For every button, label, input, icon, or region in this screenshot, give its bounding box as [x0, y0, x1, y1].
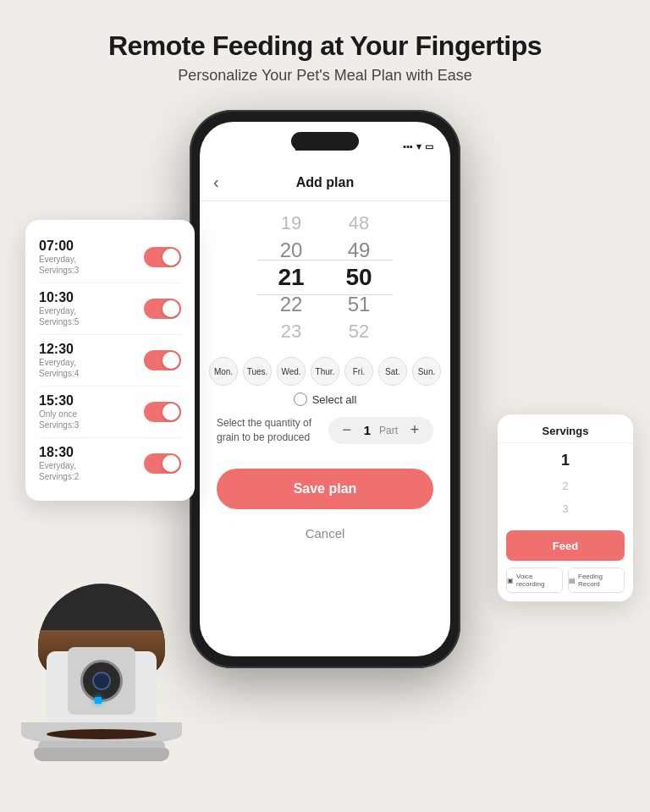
schedule-time-2: 12:30	[39, 342, 79, 357]
schedule-item-2[interactable]: 12:30 Everyday,Servings:4	[39, 335, 181, 387]
picker-min-49: 49	[325, 237, 393, 264]
feeding-record-label: Feeding Record	[578, 573, 624, 588]
schedule-sub-0: Everyday,Servings:3	[39, 254, 79, 276]
battery-icon: ▭	[425, 141, 433, 152]
select-all-label: Select all	[312, 393, 357, 406]
quantity-section: Select the quantity of grain to be produ…	[200, 416, 450, 445]
feeding-record-button[interactable]: ▤ Feeding Record	[568, 568, 625, 593]
picker-min-48: 48	[325, 210, 393, 237]
day-wed[interactable]: Wed.	[277, 357, 306, 386]
nav-title: Add plan	[296, 175, 354, 190]
picker-min-51: 51	[325, 291, 393, 318]
status-icons: ▪▪▪ ▾ ▭	[403, 141, 433, 152]
schedule-time-3: 15:30	[39, 393, 79, 409]
wifi-icon: ▾	[416, 141, 421, 152]
schedule-toggle-3[interactable]	[144, 402, 181, 422]
cancel-button[interactable]: Cancel	[217, 518, 433, 548]
voice-recording-button[interactable]: ▣ Voice recording	[506, 568, 563, 593]
record-icon: ▤	[569, 577, 576, 584]
schedule-time-0: 07:00	[39, 239, 79, 254]
phone-mockup: 21:50 ▪▪▪ ▾ ▭ ‹ Add plan 19 20 21	[190, 110, 460, 668]
picker-hour-20: 20	[257, 237, 325, 264]
day-sun[interactable]: Sun.	[412, 357, 441, 386]
schedule-sub-4: Everyday,Servings:2	[39, 460, 79, 482]
schedule-toggle-1[interactable]	[144, 299, 181, 319]
select-all-row[interactable]: Select all	[200, 392, 450, 406]
schedule-card: 07:00 Everyday,Servings:3 10:30 Everyday…	[25, 220, 195, 501]
schedule-toggle-2[interactable]	[144, 350, 181, 370]
day-sat[interactable]: Sat.	[378, 357, 407, 386]
sub-title: Personalize Your Pet's Meal Plan with Ea…	[0, 67, 650, 85]
select-all-radio[interactable]	[294, 392, 307, 406]
schedule-item-4[interactable]: 18:30 Everyday,Servings:2	[39, 438, 181, 489]
serving-item-2[interactable]: 2	[498, 475, 633, 497]
schedule-item-0[interactable]: 07:00 Everyday,Servings:3	[39, 232, 181, 283]
quantity-label: Select the quantity of grain to be produ…	[217, 416, 320, 445]
minute-picker[interactable]: 48 49 50 51 52	[325, 210, 393, 345]
schedule-time-4: 18:30	[39, 445, 79, 460]
picker-hour-21: 21	[257, 264, 325, 291]
time-picker[interactable]: 19 20 21 22 23 48 49 50 51 52	[200, 201, 450, 354]
serving-item-3[interactable]: 3	[498, 497, 633, 520]
picker-hour-19: 19	[257, 210, 325, 237]
schedule-sub-1: Everyday,Servings:5	[39, 305, 79, 327]
servings-card: Servings 1 2 3 Feed ▣ Voice recording ▤ …	[498, 414, 633, 601]
phone-screen: 21:50 ▪▪▪ ▾ ▭ ‹ Add plan 19 20 21	[200, 122, 450, 656]
servings-title: Servings	[498, 414, 633, 443]
hour-picker[interactable]: 19 20 21 22 23	[257, 210, 325, 345]
schedule-sub-3: Only onceServings:3	[39, 409, 79, 431]
quantity-decrease-button[interactable]: −	[339, 422, 355, 439]
mic-icon: ▣	[507, 577, 514, 584]
voice-recording-label: Voice recording	[516, 573, 562, 588]
schedule-item-3[interactable]: 15:30 Only onceServings:3	[39, 387, 181, 438]
nav-bar: ‹ Add plan	[200, 164, 450, 201]
save-plan-button[interactable]: Save plan	[217, 469, 433, 509]
main-title: Remote Feeding at Your Fingertips	[0, 30, 650, 62]
feed-button[interactable]: Feed	[506, 530, 625, 561]
picker-hour-22: 22	[257, 291, 325, 318]
servings-footer: ▣ Voice recording ▤ Feeding Record	[498, 568, 633, 601]
signal-icon: ▪▪▪	[403, 141, 413, 151]
servings-list[interactable]: 1 2 3	[498, 443, 633, 524]
quantity-value: 1	[364, 423, 371, 437]
quantity-increase-button[interactable]: +	[406, 422, 423, 439]
day-tues[interactable]: Tues.	[243, 357, 272, 386]
quantity-control[interactable]: − 1 Part +	[328, 417, 433, 444]
quantity-unit: Part	[379, 425, 398, 436]
day-mon[interactable]: Mon.	[209, 357, 238, 386]
serving-item-1[interactable]: 1	[498, 447, 633, 475]
dynamic-island	[291, 132, 359, 151]
day-fri[interactable]: Fri.	[344, 357, 373, 386]
schedule-sub-2: Everyday,Servings:4	[39, 357, 79, 379]
feeder-device	[17, 558, 186, 761]
day-thur[interactable]: Thur.	[311, 357, 339, 386]
schedule-toggle-0[interactable]	[144, 247, 181, 267]
days-row: Mon. Tues. Wed. Thur. Fri. Sat. Sun.	[200, 357, 450, 386]
schedule-time-1: 10:30	[39, 290, 79, 305]
picker-hour-23: 23	[257, 318, 325, 345]
schedule-toggle-4[interactable]	[144, 453, 181, 474]
picker-min-50: 50	[325, 264, 393, 291]
phone-body: 21:50 ▪▪▪ ▾ ▭ ‹ Add plan 19 20 21	[190, 110, 460, 668]
picker-min-52: 52	[325, 318, 393, 345]
schedule-item-1[interactable]: 10:30 Everyday,Servings:5	[39, 283, 181, 335]
back-button[interactable]: ‹	[213, 173, 219, 192]
